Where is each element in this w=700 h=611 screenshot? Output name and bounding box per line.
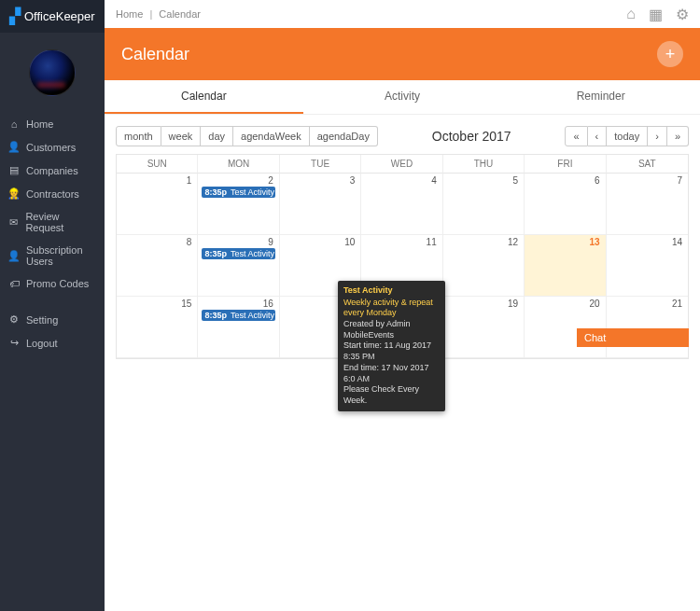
- sidebar-item-label: Promo Codes: [26, 278, 89, 289]
- chat-label: Chat: [584, 332, 606, 343]
- calendar-cell[interactable]: 8: [117, 235, 198, 297]
- event-title: Test Activity: [231, 187, 274, 197]
- sidebar-item-logout[interactable]: ↪Logout: [0, 331, 105, 354]
- calendar-cell[interactable]: 1: [117, 174, 198, 235]
- chat-widget[interactable]: Chat: [577, 328, 689, 347]
- sidebar-item-label: Home: [26, 118, 53, 130]
- sidebar-item-promo-codes[interactable]: 🏷Promo Codes: [0, 272, 105, 295]
- calendar-event[interactable]: 8:35pTest Activity: [202, 310, 274, 321]
- tooltip-start: Start time: 11 Aug 2017 8:35 PM: [343, 340, 440, 362]
- calendar-cell[interactable]: 5: [443, 174, 525, 235]
- event-title: Test Activity: [231, 249, 274, 258]
- view-month-button[interactable]: month: [116, 126, 161, 146]
- sidebar-item-label: Companies: [26, 165, 78, 176]
- calendar-cell[interactable]: 20: [525, 297, 606, 358]
- calendar-cell[interactable]: 168:35pTest Activity: [198, 297, 279, 358]
- calendar-cell[interactable]: 28:35pTest Activity: [198, 174, 279, 235]
- day-number: 2: [268, 175, 273, 186]
- sidebar-item-review-request[interactable]: ✉Review Request: [0, 205, 105, 239]
- view-agendaWeek-button[interactable]: agendaWeek: [233, 126, 310, 146]
- sidebar-item-contractors[interactable]: 👷Contractors: [0, 182, 105, 205]
- sidebar-icon: 👤: [7, 250, 21, 262]
- calendar-toolbar: monthweekdayagendaWeekagendaDay October …: [116, 126, 689, 146]
- calendar-cell[interactable]: 98:35pTest Activity: [198, 235, 279, 297]
- calendar-event[interactable]: 8:35pTest Activity: [202, 248, 274, 259]
- calendar-cell[interactable]: 19: [443, 297, 525, 358]
- calendar-cell[interactable]: 14: [607, 235, 688, 297]
- calendar-event[interactable]: 8:35pTest Activity: [202, 187, 274, 198]
- breadcrumb-sep: |: [149, 8, 152, 20]
- tooltip-title: Test Activity: [343, 285, 440, 297]
- home-icon[interactable]: ⌂: [626, 6, 636, 23]
- view-day-button[interactable]: day: [201, 126, 233, 146]
- logo-mark-icon: ▞: [9, 7, 21, 25]
- dayname: WED: [361, 155, 442, 174]
- calendar-cell[interactable]: 6: [525, 174, 606, 235]
- sidebar-item-label: Contractors: [26, 188, 79, 200]
- dayname: SUN: [117, 155, 198, 174]
- breadcrumb-home[interactable]: Home: [116, 8, 143, 20]
- nav-today-button[interactable]: today: [607, 126, 648, 146]
- sidebar-item-customers[interactable]: 👤Customers: [0, 135, 105, 159]
- calendar-cell[interactable]: 15: [117, 297, 198, 358]
- brand-logo[interactable]: ▞ OfficeKeeper: [0, 0, 105, 33]
- view-agendaDay-button[interactable]: agendaDay: [310, 126, 378, 146]
- calendar-cell[interactable]: 3: [280, 174, 361, 235]
- day-number: 11: [427, 237, 437, 247]
- dayname: MON: [198, 155, 279, 174]
- calendar-cell[interactable]: 4: [361, 174, 442, 235]
- view-week-button[interactable]: week: [161, 126, 202, 146]
- breadcrumb: Home | Calendar: [116, 8, 201, 20]
- calendar-nav: « ‹ today › »: [565, 126, 689, 146]
- gear-icon[interactable]: ⚙: [676, 6, 689, 23]
- sidebar-item-companies[interactable]: ▤Companies: [0, 159, 105, 182]
- day-number: 6: [595, 175, 600, 186]
- day-number: 1: [187, 175, 192, 186]
- event-title: Test Activity: [231, 311, 274, 320]
- nav-last-button[interactable]: »: [667, 126, 689, 146]
- tab-calendar[interactable]: Calendar: [105, 80, 303, 114]
- add-button[interactable]: +: [657, 41, 683, 67]
- nav-next-button[interactable]: ›: [648, 126, 667, 146]
- sidebar-item-label: Setting: [26, 314, 58, 326]
- sidebar-icon: 👤: [7, 141, 21, 153]
- tooltip-note: Please Check Every Week.: [343, 384, 440, 406]
- tab-activity[interactable]: Activity: [303, 80, 502, 114]
- main: Home | Calendar ⌂ ▦ ⚙ Calendar + Calenda…: [105, 0, 700, 611]
- sidebar-icon: 🏷: [7, 278, 21, 289]
- sidebar-item-home[interactable]: ⌂Home: [0, 113, 105, 135]
- event-time: 8:35p: [204, 311, 227, 320]
- calendar-cell[interactable]: 21: [607, 297, 688, 358]
- event-time: 8:35p: [204, 187, 227, 197]
- day-number: 14: [672, 237, 682, 247]
- page-header: Calendar +: [105, 28, 700, 80]
- calendar-cell[interactable]: 12: [443, 235, 525, 297]
- page-title: Calendar: [121, 45, 189, 64]
- dayname: SAT: [607, 155, 688, 174]
- tabs: CalendarActivityReminder: [105, 80, 700, 115]
- tab-reminder[interactable]: Reminder: [501, 80, 700, 114]
- sidebar: ▞ OfficeKeeper ⌂Home👤Customers▤Companies…: [0, 0, 105, 611]
- sidebar-item-subscription-users[interactable]: 👤Subscription Users: [0, 239, 105, 272]
- tooltip-end: End time: 17 Nov 2017 6:0 AM: [343, 363, 440, 384]
- day-number: 15: [181, 299, 191, 309]
- plus-icon: +: [665, 45, 676, 64]
- nav-first-button[interactable]: «: [565, 126, 587, 146]
- calendar-cell[interactable]: 7: [607, 174, 688, 235]
- top-icons: ⌂ ▦ ⚙: [626, 6, 689, 23]
- calendar-icon[interactable]: ▦: [649, 6, 663, 23]
- avatar-wrap: [0, 33, 105, 113]
- sidebar-icon: ⌂: [7, 118, 21, 130]
- sidebar-item-setting[interactable]: ⚙Setting: [0, 308, 105, 331]
- sidebar-item-label: Subscription Users: [26, 244, 97, 267]
- day-number: 16: [263, 299, 273, 309]
- day-number: 8: [187, 237, 192, 247]
- day-number: 21: [672, 299, 682, 309]
- avatar[interactable]: [29, 49, 76, 96]
- day-number: 19: [508, 299, 518, 309]
- nav-prev-button[interactable]: ‹: [588, 126, 608, 146]
- calendar-cell[interactable]: 13: [525, 235, 606, 297]
- day-number: 7: [677, 175, 682, 186]
- topbar: Home | Calendar ⌂ ▦ ⚙: [105, 0, 700, 28]
- sidebar-icon: ▤: [7, 164, 21, 176]
